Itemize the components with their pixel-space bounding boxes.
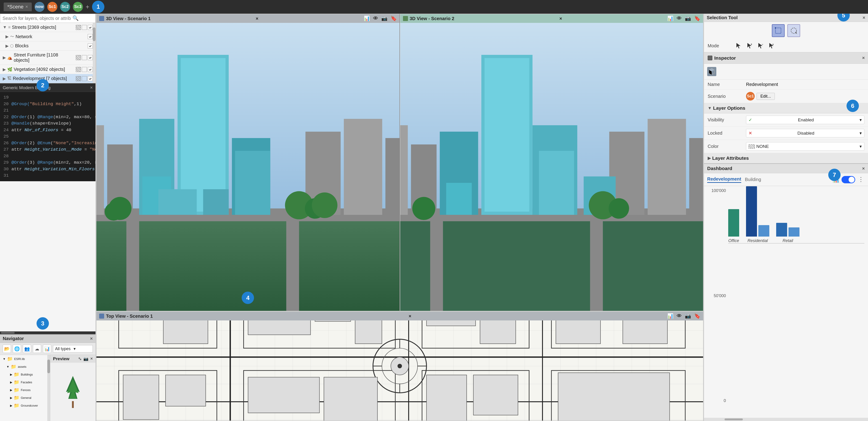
expand-streetfurniture-icon[interactable]: ▶: [3, 55, 6, 60]
inspector-edit-button[interactable]: Edit...: [756, 93, 775, 100]
view1-camera-icon[interactable]: 📷: [381, 16, 388, 22]
view2-stats-icon[interactable]: 📊: [667, 16, 673, 22]
expand-buildings-icon[interactable]: ▶: [10, 373, 12, 376]
red-checkbox2[interactable]: [82, 76, 87, 81]
code-editor-close-icon[interactable]: ×: [90, 85, 93, 90]
blocks-checkbox[interactable]: [88, 43, 93, 49]
expand-groundcover-icon[interactable]: ▶: [10, 404, 12, 407]
view1-close-icon[interactable]: ×: [256, 16, 258, 21]
streets-checkbox[interactable]: [82, 25, 87, 30]
add-tab-button[interactable]: +: [86, 3, 89, 10]
view1-eye-icon[interactable]: 👁: [373, 16, 378, 22]
color-select[interactable]: NONE ▾: [746, 142, 864, 151]
scene-close-icon[interactable]: ×: [25, 4, 28, 9]
inspector-close-icon[interactable]: ×: [862, 55, 865, 61]
nav-item-groundcover[interactable]: ▶ 📁 Groundcover: [0, 401, 50, 409]
dashboard-more-icon[interactable]: ⋮: [857, 175, 865, 184]
mode-remove-btn[interactable]: −: [756, 41, 765, 50]
nav-item-esrilib[interactable]: ▼ 📁 ESRI.lib: [0, 355, 50, 363]
left-panel-inner: 🔍 ▼ ≡ Streets [2369 objects]: [0, 14, 95, 421]
topview-bookmark-icon[interactable]: 🔖: [694, 313, 700, 319]
visibility-select[interactable]: ✓ Enabled ▾: [746, 116, 864, 124]
nav-tool-folder-btn[interactable]: 📂: [3, 345, 11, 353]
blocks-type-icon: ⬡: [10, 43, 14, 49]
preview-expand-icon[interactable]: ⤡: [78, 356, 82, 361]
view2-close-icon[interactable]: ×: [559, 16, 562, 21]
expand-network-icon[interactable]: ▶: [5, 34, 9, 39]
tab-sc1[interactable]: Sc1: [47, 2, 57, 12]
code-editor-scroll[interactable]: 19 20@Group("Building Height",1) 21 22@O…: [0, 92, 95, 331]
network-checkbox[interactable]: [88, 34, 93, 39]
expand-fences-icon[interactable]: ▶: [10, 388, 12, 392]
nav-tool-chart-btn[interactable]: 📊: [43, 345, 51, 353]
view1-stats-icon[interactable]: 📊: [364, 16, 370, 22]
layer-attributes-caret-icon: ▶: [708, 156, 711, 161]
nav-tool-cloud-btn[interactable]: ☁: [33, 345, 41, 353]
dashboard-tab-redevelopment[interactable]: Redevelopment: [707, 176, 741, 183]
nav-item-assets[interactable]: ▼ 📁 assets: [0, 363, 50, 370]
view2-bookmark-icon[interactable]: 🔖: [694, 16, 700, 22]
dashboard-hscrollbar[interactable]: [704, 418, 868, 421]
expand-general-icon[interactable]: ▶: [10, 396, 12, 399]
tab-sc2[interactable]: Sc2: [60, 2, 70, 12]
sf-visible-checkbox[interactable]: [88, 55, 93, 60]
view2-eye-icon[interactable]: 👁: [677, 16, 682, 22]
code-line-30: 30attr Height_Variation_Min_Floors = 5: [2, 166, 93, 173]
red-visible-checkbox[interactable]: [88, 76, 93, 81]
sel-lasso-btn[interactable]: [787, 24, 800, 37]
locked-select[interactable]: ✕ Disabled ▾: [746, 129, 864, 138]
nav-filter-dropdown[interactable]: All types ▾: [53, 345, 93, 353]
layer-attributes-header[interactable]: ▶ Layer Attributes: [704, 153, 868, 163]
nav-item-fences[interactable]: ▶ 📁 Fences: [0, 386, 50, 394]
layer-item-vegetation[interactable]: ▶ 🌿 Vegetation [4092 objects]: [0, 65, 95, 74]
scene-tab[interactable]: *Scene ×: [4, 2, 32, 11]
topview-camera-icon[interactable]: 📷: [685, 313, 691, 319]
sel-rectangle-btn[interactable]: [772, 24, 785, 37]
nav-item-facades[interactable]: ▶ 📁 Facades: [0, 378, 50, 386]
nav-item-buildings[interactable]: ▶ 📁 Buildings: [0, 370, 50, 378]
color-label: Color: [708, 144, 744, 149]
layer-options-header[interactable]: ▼ Layer Options 6: [704, 103, 868, 113]
expand-streets-icon[interactable]: ▼: [3, 25, 7, 30]
layer-list-scrollbar[interactable]: [93, 23, 95, 83]
veg-checkbox2[interactable]: [82, 67, 87, 72]
expand-vegetation-icon[interactable]: ▶: [3, 67, 6, 72]
search-input[interactable]: [2, 16, 71, 21]
expand-facades-icon[interactable]: ▶: [10, 381, 12, 384]
dashboard-toggle-switch[interactable]: [841, 176, 855, 183]
mode-clear-btn[interactable]: ×: [767, 41, 776, 50]
preview-close-icon[interactable]: ×: [90, 356, 93, 361]
selection-tool-close-icon[interactable]: ×: [863, 15, 865, 20]
nav-tool-globe-btn[interactable]: 🌐: [13, 345, 21, 353]
streets-visible-checkbox[interactable]: [88, 25, 93, 30]
topview-stats-icon[interactable]: 📊: [667, 313, 673, 319]
nav-tool-people-btn[interactable]: 👥: [23, 345, 31, 353]
layer-item-streets[interactable]: ▼ ≡ Streets [2369 objects]: [0, 23, 95, 32]
dashboard-tab-building[interactable]: Building: [745, 177, 761, 182]
tab-sc3[interactable]: Sc3: [73, 2, 83, 12]
groundcover-label: Groundcover: [21, 404, 38, 407]
mode-add-btn[interactable]: +: [745, 41, 754, 50]
tab-now[interactable]: now: [34, 2, 44, 12]
topview-close-icon[interactable]: ×: [409, 313, 411, 319]
navigator-close-icon[interactable]: ×: [90, 336, 93, 341]
sf-checkbox2[interactable]: [82, 55, 87, 60]
expand-redevelopment-icon[interactable]: ▶: [3, 76, 6, 81]
expand-blocks-icon[interactable]: ▶: [5, 43, 9, 49]
topview-eye-icon[interactable]: 👁: [677, 313, 682, 319]
expand-assets-icon[interactable]: ▼: [6, 365, 9, 368]
selection-tool-header: Selection Tool × 5: [704, 14, 868, 22]
view1-bookmark-icon[interactable]: 🔖: [391, 16, 397, 22]
view2-camera-icon[interactable]: 📷: [685, 16, 691, 22]
nav-item-general[interactable]: ▶ 📁 General: [0, 394, 50, 401]
mode-select-btn[interactable]: [734, 41, 743, 50]
expand-esrilib-icon[interactable]: ▼: [3, 357, 6, 361]
nav-tree-scrollbar[interactable]: [47, 355, 50, 421]
layer-item-blocks[interactable]: ▶ ⬡ Blocks: [0, 41, 95, 51]
layer-item-network[interactable]: ▶ 〜 Network: [0, 32, 95, 41]
preview-camera-icon[interactable]: 📷: [83, 356, 88, 361]
code-editor-hscrollbar[interactable]: [0, 331, 95, 334]
veg-visible-checkbox[interactable]: [88, 67, 93, 72]
dashboard-close-icon[interactable]: ×: [862, 166, 865, 171]
layer-item-streetfurniture[interactable]: ▶ ⛺ Street Furniture [1108 objects]: [0, 51, 95, 65]
